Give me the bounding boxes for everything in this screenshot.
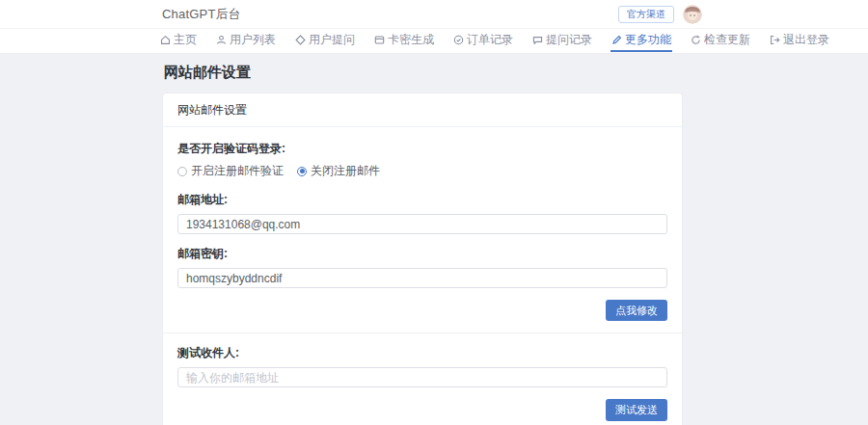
logout-icon	[770, 35, 780, 45]
official-channel-button[interactable]: 官方渠道	[618, 6, 674, 23]
top-header-bar: ChatGPT后台 官方渠道	[0, 0, 868, 29]
mail-settings-card: 网站邮件设置 是否开启验证码登录: 开启注册邮件验证 关闭注册邮件 邮箱地址: …	[162, 93, 683, 425]
nav-item-user-questions[interactable]: 用户提问	[294, 31, 356, 52]
test-recipient-input[interactable]	[177, 367, 667, 387]
captcha-login-label: 是否开启验证码登录:	[177, 141, 667, 157]
email-key-input[interactable]	[177, 268, 667, 288]
radio-disable-register-mail[interactable]: 关闭注册邮件	[297, 163, 380, 179]
nav-item-logout[interactable]: 退出登录	[769, 31, 830, 52]
nav-item-card-generate[interactable]: 卡密生成	[373, 31, 435, 52]
order-icon	[453, 35, 464, 45]
question-icon	[295, 35, 306, 45]
avatar-image	[683, 5, 702, 24]
test-recipient-label: 测试收件人:	[177, 345, 667, 361]
radio-enable-register-mail[interactable]: 开启注册邮件验证	[177, 163, 284, 179]
user-avatar[interactable]	[683, 5, 702, 24]
nav-item-home[interactable]: 主页	[159, 31, 198, 52]
nav-item-more-functions[interactable]: 更多功能	[610, 31, 672, 52]
nav-item-check-update[interactable]: 检查更新	[690, 31, 751, 52]
nav-item-question-records[interactable]: 提问记录	[531, 31, 593, 52]
email-key-label: 邮箱密钥:	[177, 246, 667, 262]
card-icon	[374, 35, 385, 45]
chat-icon	[532, 35, 543, 45]
card-header: 网站邮件设置	[163, 93, 682, 127]
register-mail-radio-group: 开启注册邮件验证 关闭注册邮件	[177, 163, 667, 179]
radio-checked-icon	[297, 167, 307, 176]
test-send-button[interactable]: 测试发送	[606, 399, 667, 420]
users-icon	[216, 35, 227, 45]
radio-unchecked-icon	[177, 167, 187, 176]
home-icon	[160, 35, 171, 45]
nav-item-order-records[interactable]: 订单记录	[452, 31, 514, 52]
section-divider	[163, 332, 682, 333]
pencil-icon	[611, 35, 622, 45]
main-nav-bar: 主页 用户列表 用户提问 卡密生成 订单记录 提问记录 更多功能 检查更新	[0, 29, 868, 54]
nav-item-user-list[interactable]: 用户列表	[215, 31, 277, 52]
app-title: ChatGPT后台	[162, 6, 241, 23]
email-address-input[interactable]	[177, 214, 667, 234]
modify-button[interactable]: 点我修改	[606, 300, 667, 321]
page-title: 网站邮件设置	[164, 64, 251, 82]
refresh-icon	[691, 35, 701, 45]
email-address-label: 邮箱地址:	[177, 192, 667, 208]
